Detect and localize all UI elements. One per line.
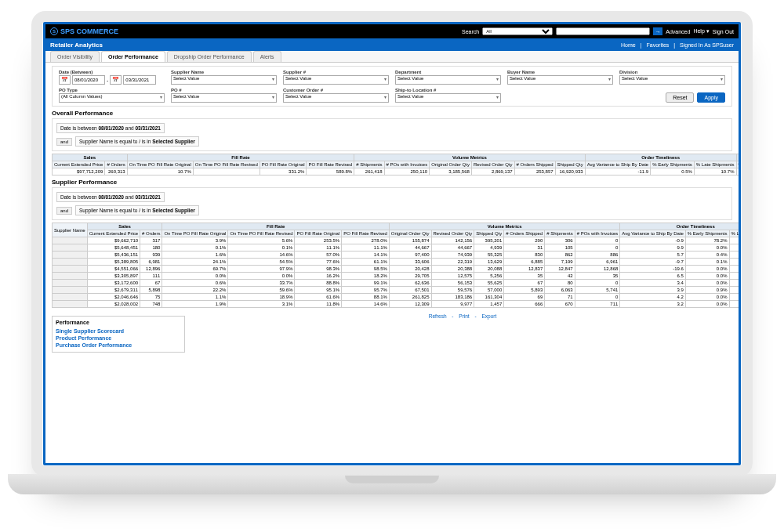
date-to-input[interactable]: [123, 75, 156, 85]
department-select[interactable]: Select Value: [395, 75, 501, 85]
link-single-supplier[interactable]: Single Supplier Scorecard: [56, 328, 181, 335]
reset-button[interactable]: Reset: [666, 92, 694, 103]
data-cell: 155,874: [389, 237, 431, 244]
calendar-icon[interactable]: 📅: [110, 75, 122, 85]
table-row[interactable]: ████████$2,679,3115,89822.2%59.6%95.1%95…: [53, 287, 739, 294]
search-scope-select[interactable]: All: [482, 27, 553, 35]
overall-col-10[interactable]: Revised Order Qty: [471, 161, 514, 168]
apply-button[interactable]: Apply: [697, 92, 725, 103]
table-row[interactable]: ████████$3,172,600670.6%33.7%88.8%99.1%6…: [53, 280, 739, 287]
table-row[interactable]: ████████$5,389,8056,98124.1%54.5%77.6%61…: [53, 259, 739, 266]
ship-to-select[interactable]: Select Value: [395, 93, 501, 103]
overall-col-2[interactable]: # Orders: [105, 161, 127, 168]
data-cell: 6,981: [140, 259, 162, 266]
col-supplier-name[interactable]: Supplier Name: [53, 223, 88, 237]
supplier-col[interactable]: Shipped Qty: [474, 230, 504, 237]
favorites-link[interactable]: Favorites: [646, 42, 669, 48]
overall-col-3[interactable]: On Time PO Fill Rate Original: [127, 161, 193, 168]
home-link[interactable]: Home: [621, 42, 636, 48]
po-type-select[interactable]: (All Column Values): [59, 93, 165, 103]
division-select[interactable]: Select Value: [619, 75, 725, 85]
tab-order-performance[interactable]: Order Performance: [101, 51, 165, 62]
overall-col-7[interactable]: # Shipments: [354, 161, 384, 168]
table-row[interactable]: ████████$5,436,1519391.6%14.6%57.0%14.1%…: [53, 252, 739, 259]
date-from-input[interactable]: [72, 75, 105, 85]
supplier-col[interactable]: % Early Shipments: [685, 230, 729, 237]
data-cell: 5,893: [504, 287, 545, 294]
data-cell: 12,309: [389, 301, 431, 308]
overall-col-14[interactable]: % Early Shipments: [651, 161, 695, 168]
data-cell: 5,898: [140, 287, 162, 294]
table-row[interactable]: ████████$5,648,4511800.1%0.1%11.1%11.1%4…: [53, 244, 739, 252]
data-cell: 80: [545, 280, 575, 287]
table-row[interactable]: ████████$3,305,8971110.0%0.0%16.2%18.2%2…: [53, 273, 739, 280]
supplier-col[interactable]: # Shipments: [545, 230, 575, 237]
tab-alerts[interactable]: Alerts: [253, 51, 281, 62]
overall-cell: 331.2%: [260, 168, 307, 176]
overall-col-12[interactable]: Shipped Qty: [555, 161, 585, 168]
help-link[interactable]: Help ▾: [693, 28, 709, 34]
supplier-col[interactable]: Avg Variance to Ship By Date: [620, 230, 686, 237]
overall-col-16[interactable]: % POs w 855 Acks: [736, 161, 739, 168]
link-product-performance[interactable]: Product Performance: [56, 335, 181, 342]
overall-cell: 253,857: [514, 168, 555, 176]
data-cell: 0.0%: [729, 273, 739, 280]
division-label: Division: [619, 70, 725, 74]
cust-order-select[interactable]: Select Value: [283, 93, 389, 103]
supplier-col[interactable]: Original Order Qty: [389, 230, 431, 237]
table-row[interactable]: ████████$2,028,0027481.9%3.1%11.8%14.6%1…: [53, 301, 739, 308]
data-cell: $5,389,805: [87, 259, 140, 266]
overall-col-5[interactable]: PO Fill Rate Original: [260, 161, 307, 168]
overall-cell: $97,712,209: [53, 168, 105, 176]
overall-col-8[interactable]: # POs with Invoices: [384, 161, 430, 168]
advanced-link[interactable]: Advanced: [666, 29, 690, 34]
supplier-col[interactable]: On Time PO Fill Rate Revised: [228, 230, 295, 237]
overall-col-9[interactable]: Original Order Qty: [430, 161, 472, 168]
tab-dropship[interactable]: Dropship Order Performance: [167, 51, 252, 62]
overall-table: Sales Fill Rate Volume Metrics Order Tim…: [52, 154, 739, 176]
data-cell: 0.0%: [162, 273, 228, 280]
supplier-col[interactable]: On Time PO Fill Rate Original: [162, 230, 228, 237]
supplier-col[interactable]: PO Fill Rate Revised: [342, 230, 390, 237]
tab-order-visibility[interactable]: Order Visibility: [50, 51, 100, 62]
overall-cell: 260,313: [105, 168, 127, 176]
supplier-col[interactable]: % Late Shipments: [729, 230, 739, 237]
supplier-col[interactable]: PO Fill Rate Original: [295, 230, 342, 237]
supplier-num-select[interactable]: Select Value: [283, 75, 389, 85]
data-cell: 0.6%: [162, 280, 228, 287]
overall-col-1[interactable]: Current Extended Price: [53, 161, 105, 168]
search-button[interactable]: →: [653, 27, 662, 35]
signout-link[interactable]: Sign Out: [713, 29, 734, 34]
table-row[interactable]: ████████$9,662,7103173.9%5.6%253.5%278.0…: [53, 237, 739, 244]
overall-col-13[interactable]: Avg Variance to Ship By Date: [585, 161, 651, 168]
overall-col-15[interactable]: % Late Shipments: [694, 161, 736, 168]
overall-cell: 2,869,137: [471, 168, 514, 176]
link-po-performance[interactable]: Purchase Order Performance: [56, 342, 181, 349]
supplier-col[interactable]: # POs with Invoices: [575, 230, 620, 237]
data-cell: 4.2: [620, 294, 686, 301]
overall-col-11[interactable]: # Orders Shipped: [514, 161, 555, 168]
table-row[interactable]: ████████$2,046,646751.1%18.9%61.6%88.1%2…: [53, 294, 739, 301]
refresh-link[interactable]: Refresh: [429, 313, 447, 319]
overall-col-6[interactable]: PO Fill Rate Revised: [307, 161, 354, 168]
data-cell: 0: [575, 280, 620, 287]
data-cell: 0.0%: [685, 280, 729, 287]
print-link[interactable]: Print: [459, 313, 469, 319]
buyer-select[interactable]: Select Value: [507, 75, 613, 85]
search-input[interactable]: [556, 27, 650, 35]
table-row[interactable]: ████████$4,551,06612,89669.7%97.9%98.3%9…: [53, 266, 739, 273]
supplier-col[interactable]: Current Extended Price: [87, 230, 140, 237]
page-title: Retailer Analytics: [50, 42, 103, 49]
data-cell: 59,576: [431, 287, 474, 294]
calendar-icon[interactable]: 📅: [59, 75, 71, 85]
export-link[interactable]: Export: [481, 313, 496, 319]
supplier-col[interactable]: # Orders Shipped: [504, 230, 545, 237]
overall-col-4[interactable]: On Time PO Fill Rate Revised: [193, 161, 260, 168]
supplier-col[interactable]: Revised Order Qty: [431, 230, 474, 237]
data-cell: 862: [545, 252, 575, 259]
po-num-select[interactable]: Select Value: [171, 93, 277, 103]
supplier-name-select[interactable]: Select Value: [171, 75, 277, 85]
data-cell: 67: [140, 280, 162, 287]
data-cell: 97,400: [389, 252, 431, 259]
supplier-col[interactable]: # Orders: [140, 230, 162, 237]
